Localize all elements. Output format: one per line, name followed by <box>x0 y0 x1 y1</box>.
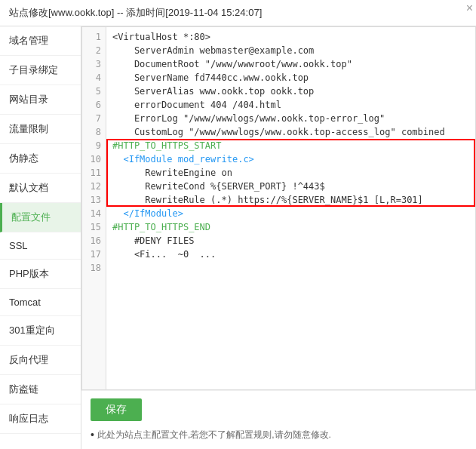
line-num-11: 11 <box>82 166 106 180</box>
code-line-15: #HTTP_TO_HTTPS_END <box>112 220 469 234</box>
code-line-11: RewriteEngine on <box>112 166 469 180</box>
code-content[interactable]: <VirtualHost *:80> ServerAdmin webmaster… <box>106 27 475 389</box>
code-line-5: ServerAlias www.ookk.top ookk.top <box>112 85 469 98</box>
sidebar-item-7[interactable]: SSL <box>0 232 81 260</box>
code-line-6: errorDocument 404 /404.html <box>112 98 469 112</box>
editor-wrapper: 123456789101112131415161718 <VirtualHost… <box>81 26 476 390</box>
sidebar-item-10[interactable]: 301重定向 <box>0 316 81 346</box>
sidebar: 域名管理子目录绑定网站目录流量限制伪静态默认文档配置文件SSLPHP版本Tomc… <box>0 26 81 449</box>
line-num-16: 16 <box>82 234 106 248</box>
sidebar-item-3[interactable]: 流量限制 <box>0 115 81 144</box>
sidebar-item-4[interactable]: 伪静态 <box>0 144 81 174</box>
sidebar-item-0[interactable]: 域名管理 <box>0 26 81 56</box>
code-line-4: ServerName fd7440cc.www.ookk.top <box>112 71 469 85</box>
line-num-15: 15 <box>82 220 106 234</box>
code-line-7: ErrorLog "/www/wwwlogs/www.ookk.top-erro… <box>112 112 469 125</box>
code-line-9: #HTTP_TO_HTTPS_START <box>112 139 469 152</box>
sidebar-item-12[interactable]: 防盗链 <box>0 375 81 404</box>
sidebar-item-8[interactable]: PHP版本 <box>0 260 81 289</box>
line-num-3: 3 <box>82 57 106 71</box>
code-line-2: ServerAdmin webmaster@example.com <box>112 44 469 57</box>
line-num-12: 12 <box>82 180 106 193</box>
line-num-1: 1 <box>82 30 106 44</box>
line-num-18: 18 <box>82 261 106 275</box>
line-num-13: 13 <box>82 193 106 207</box>
line-num-5: 5 <box>82 85 106 98</box>
code-line-1: <VirtualHost *:80> <box>112 30 469 44</box>
code-line-14: </IfModule> <box>112 207 469 220</box>
tip-section: • 此处为站点主配置文件,若您不了解配置规则,请勿随意修改. <box>91 429 467 441</box>
code-line-18: <Fi... ~0 ... <box>112 248 469 261</box>
bullet-icon: • <box>91 429 94 441</box>
sidebar-item-9[interactable]: Tomcat <box>0 289 81 316</box>
line-num-4: 4 <box>82 71 106 85</box>
sidebar-item-2[interactable]: 网站目录 <box>0 85 81 115</box>
code-line-8: CustomLog "/www/wwwlogs/www.ookk.top-acc… <box>112 125 469 139</box>
top-bar-title: 站点修改[www.ookk.top] -- 添加时间[2019-11-04 15… <box>9 6 262 20</box>
line-num-9: 9 <box>82 139 106 152</box>
code-line-3: DocumentRoot "/www/wwwroot/www.ookk.top" <box>112 57 469 71</box>
line-num-6: 6 <box>82 98 106 112</box>
code-editor[interactable]: 123456789101112131415161718 <VirtualHost… <box>81 26 476 390</box>
sidebar-item-6[interactable]: 配置文件 <box>0 203 81 232</box>
line-num-2: 2 <box>82 44 106 57</box>
main-layout: 域名管理子目录绑定网站目录流量限制伪静态默认文档配置文件SSLPHP版本Tomc… <box>0 26 476 449</box>
sidebar-item-1[interactable]: 子目录绑定 <box>0 56 81 85</box>
code-line-17: #DENY FILES <box>112 234 469 248</box>
bottom-area: 保存 • 此处为站点主配置文件,若您不了解配置规则,请勿随意修改. <box>81 390 476 449</box>
line-num-8: 8 <box>82 125 106 139</box>
tip-text: 此处为站点主配置文件,若您不了解配置规则,请勿随意修改. <box>97 429 331 441</box>
sidebar-item-11[interactable]: 反向代理 <box>0 346 81 375</box>
line-numbers: 123456789101112131415161718 <box>82 27 106 389</box>
line-num-14: 14 <box>82 207 106 220</box>
sidebar-item-13[interactable]: 响应日志 <box>0 404 81 434</box>
close-icon[interactable]: × <box>466 2 473 15</box>
content-area: 123456789101112131415161718 <VirtualHost… <box>81 26 476 449</box>
line-num-7: 7 <box>82 112 106 125</box>
save-button[interactable]: 保存 <box>91 398 142 421</box>
line-num-17: 17 <box>82 248 106 261</box>
code-line-13: RewriteRule (.*) https://%{SERVER_NAME}$… <box>112 193 469 207</box>
code-line-12: RewriteCond %{SERVER_PORT} !^443$ <box>112 180 469 193</box>
line-num-10: 10 <box>82 152 106 166</box>
sidebar-item-5[interactable]: 默认文档 <box>0 174 81 203</box>
code-line-10: <IfModule mod_rewrite.c> <box>112 152 469 166</box>
top-bar: 站点修改[www.ookk.top] -- 添加时间[2019-11-04 15… <box>0 0 476 26</box>
